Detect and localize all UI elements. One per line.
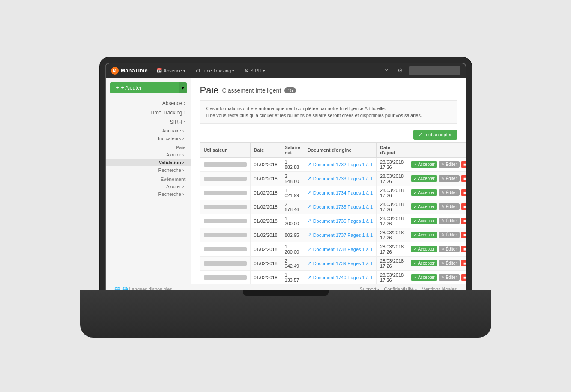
cell-date: 01/02/2018 — [250, 157, 281, 171]
cell-user — [200, 186, 250, 200]
sidebar-link-ajouter[interactable]: Ajouter › — [106, 151, 191, 159]
page-title: Paie Classement Intelligent 15 — [200, 85, 457, 96]
edit-button[interactable]: ✎ Éditer — [439, 189, 460, 196]
delete-button[interactable]: ■ Supprimer — [461, 218, 466, 224]
table-row: 01/02/2018 2 678,46 ↗ Document 1735 Page… — [200, 200, 466, 214]
sidebar-link-recherche[interactable]: Recherche › — [106, 166, 191, 174]
sidebar-item-absence[interactable]: Absence › — [106, 99, 191, 108]
settings-icon[interactable]: ⚙ — [395, 66, 405, 75]
sidebar-item-time-tracking[interactable]: Time Tracking › — [106, 108, 191, 117]
accept-button[interactable]: ✓ Accepter — [411, 189, 437, 196]
cell-date: 01/02/2018 — [250, 171, 281, 186]
document-link[interactable]: ↗ Document 1735 Pages 1 à 1 — [308, 204, 373, 209]
document-link[interactable]: ↗ Document 1739 Pages 1 à 1 — [308, 260, 373, 266]
delete-button[interactable]: ■ Supprimer — [461, 232, 466, 238]
cell-date-added: 28/03/2018 17:26 — [377, 214, 407, 228]
add-button[interactable]: + + Ajouter — [110, 82, 179, 93]
accept-button[interactable]: ✓ Accepter — [411, 274, 437, 281]
delete-button[interactable]: ■ Supprimer — [461, 175, 466, 182]
help-icon[interactable]: ? — [382, 66, 391, 75]
sidebar-link-evenement-ajouter[interactable]: Ajouter › — [106, 183, 191, 190]
edit-button[interactable]: ✎ Éditer — [439, 175, 460, 182]
cell-user — [200, 157, 250, 171]
cell-date-added: 28/03/2018 17:26 — [377, 157, 407, 171]
document-link[interactable]: ↗ Document 1740 Pages 1 à 1 — [308, 275, 373, 280]
brand: M ManaTime — [111, 67, 148, 75]
edit-button[interactable]: ✎ Éditer — [439, 161, 460, 168]
table-row: 01/02/2018 2 042,49 ↗ Document 1739 Page… — [200, 256, 466, 270]
accept-button[interactable]: ✓ Accepter — [411, 246, 437, 252]
document-link[interactable]: ↗ Document 1736 Pages 1 à 1 — [308, 218, 373, 224]
chevron-right-icon: › — [184, 100, 186, 106]
nav-time-tracking[interactable]: ⏱ Time Tracking ▾ — [194, 67, 236, 74]
cell-document: ↗ Document 1732 Pages 1 à 1 — [304, 157, 376, 171]
edit-button[interactable]: ✎ Éditer — [439, 260, 460, 266]
accept-button[interactable]: ✓ Accepter — [411, 218, 437, 224]
cell-actions: ✓ Accepter ✎ Éditer ■ Supprimer — [407, 200, 466, 214]
cell-actions: ✓ Accepter ✎ Éditer ■ Supprimer — [407, 256, 466, 270]
cell-salary: 2 678,46 — [281, 200, 304, 214]
sidebar-section-paie: Paie — [106, 142, 191, 151]
accept-button[interactable]: ✓ Accepter — [411, 260, 437, 266]
sidebar-link-evenement-recherche[interactable]: Recherche › — [106, 190, 191, 198]
cell-date-added: 28/03/2018 17:26 — [377, 186, 407, 200]
document-link[interactable]: ↗ Document 1732 Pages 1 à 1 — [308, 162, 373, 167]
sidebar-link-validation[interactable]: Validation › — [106, 159, 191, 166]
plus-icon: + — [116, 85, 119, 91]
table-row: 01/02/2018 1 200,00 ↗ Document 1736 Page… — [200, 214, 466, 228]
link-icon: ↗ — [308, 218, 311, 224]
document-link[interactable]: ↗ Document 1733 Pages 1 à 1 — [308, 176, 373, 181]
col-header-salaire: Salaire net — [281, 142, 304, 157]
accept-button[interactable]: ✓ Accepter — [411, 161, 437, 168]
cell-user — [200, 171, 250, 186]
delete-button[interactable]: ■ Supprimer — [461, 260, 466, 266]
col-header-date-ajout: Date d'ajout — [377, 142, 407, 157]
cell-date-added: 28/03/2018 17:26 — [377, 270, 407, 284]
chevron-down-icon: ▾ — [232, 69, 234, 73]
cell-document: ↗ Document 1739 Pages 1 à 1 — [304, 256, 376, 270]
delete-button[interactable]: ■ Supprimer — [461, 203, 466, 210]
nav-sirh[interactable]: ⚙ SIRH ▾ — [243, 67, 266, 74]
delete-button[interactable]: ■ Supprimer — [461, 246, 466, 252]
edit-button[interactable]: ✎ Éditer — [439, 203, 460, 210]
cell-salary: 2 548,80 — [281, 171, 304, 186]
chevron-right-icon: › — [184, 110, 186, 116]
cell-document: ↗ Document 1740 Pages 1 à 1 — [304, 270, 376, 284]
cell-date: 01/02/2018 — [250, 270, 281, 284]
edit-button[interactable]: ✎ Éditer — [439, 274, 460, 281]
sidebar-link-annuaire[interactable]: Annuaire › — [106, 127, 191, 135]
edit-button[interactable]: ✎ Éditer — [439, 218, 460, 224]
cell-salary: 802,95 — [281, 228, 304, 242]
cell-date-added: 28/03/2018 17:26 — [377, 200, 407, 214]
document-link[interactable]: ↗ Document 1738 Pages 1 à 1 — [308, 246, 373, 252]
delete-button[interactable]: ■ Supprimer — [461, 161, 466, 168]
accept-button[interactable]: ✓ Accepter — [411, 232, 437, 238]
delete-button[interactable]: ■ Supprimer — [461, 189, 466, 196]
sidebar-section-evenement: Événement — [106, 174, 191, 183]
add-button-caret[interactable]: ▾ — [179, 82, 187, 93]
edit-button[interactable]: ✎ Éditer — [439, 246, 460, 252]
table-row: 01/02/2018 1 021,99 ↗ Document 1734 Page… — [200, 186, 466, 200]
nav-absence[interactable]: 📅 Absence ▾ — [155, 67, 187, 74]
cell-user — [200, 228, 250, 242]
document-link[interactable]: ↗ Document 1737 Pages 1 à 1 — [308, 232, 373, 238]
delete-button[interactable]: ■ Supprimer — [461, 274, 466, 281]
edit-button[interactable]: ✎ Éditer — [439, 232, 460, 238]
document-link[interactable]: ↗ Document 1734 Pages 1 à 1 — [308, 190, 373, 195]
accept-all-button[interactable]: ✓ Tout accepter — [413, 130, 457, 140]
cell-date: 01/02/2018 — [250, 256, 281, 270]
cell-user — [200, 270, 250, 284]
table-wrapper: ✓ Tout accepter Utilisateur Date Salaire… — [200, 130, 457, 284]
cell-document: ↗ Document 1733 Pages 1 à 1 — [304, 171, 376, 186]
cell-user — [200, 214, 250, 228]
table-row: 01/02/2018 2 548,80 ↗ Document 1733 Page… — [200, 171, 466, 186]
link-icon: ↗ — [308, 204, 311, 209]
accept-button[interactable]: ✓ Accepter — [411, 203, 437, 210]
search-input[interactable] — [409, 66, 460, 75]
link-icon: ↗ — [308, 275, 311, 280]
accept-button[interactable]: ✓ Accepter — [411, 175, 437, 182]
info-box: Ces informations ont été automatiquement… — [200, 100, 457, 124]
sidebar-item-sirh[interactable]: SIRH › — [106, 117, 191, 127]
sidebar-link-indicateurs[interactable]: Indicateurs › — [106, 135, 191, 142]
cell-salary: 1 021,99 — [281, 186, 304, 200]
